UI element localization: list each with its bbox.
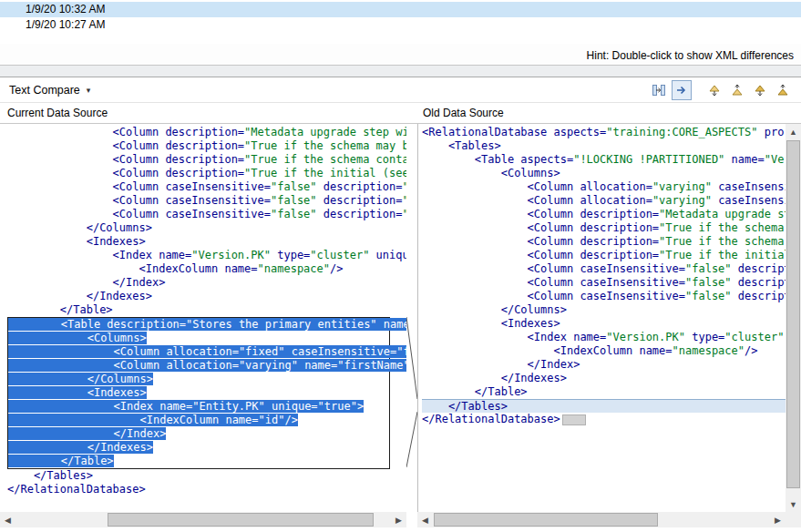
next-change-icon[interactable] [751,80,771,100]
vertical-scrollbar[interactable]: ▲ ▼ [786,124,801,512]
compare-mode-label: Text Compare [9,84,80,97]
code-line: </Index> [422,358,786,372]
left-horizontal-scrollbar[interactable]: ◀ ▶ [0,512,406,527]
scroll-up-icon[interactable]: ▲ [786,124,801,139]
code-line: <Column description="True if the schema … [7,153,406,167]
code-line: </Indexes> [422,372,786,385]
code-line: </Table> [7,303,406,317]
code-line: <Columns> [422,167,786,180]
code-line: <Table description="Stores the primary e… [8,318,389,332]
code-line: <Column description="True if the schema … [422,221,786,235]
spacer [406,512,417,527]
scroll-right-icon[interactable]: ▶ [391,512,406,527]
code-line: </Columns> [422,303,786,317]
code-line: <Index name="Version.PK" type="cluster" … [422,331,786,344]
compare-content: <Column description="Metadata upgrade st… [0,124,801,512]
right-horizontal-scrollbar-thumb[interactable] [434,513,658,527]
list-item[interactable]: 1/9/20 10:27 AM [0,17,801,33]
scroll-down-icon[interactable]: ▼ [786,496,801,512]
selected-diff-block[interactable]: <Table description="Stores the primary e… [7,317,390,469]
code-line: </RelationalDatabase> [7,483,406,496]
code-line: <RelationalDatabase aspects="training:CO… [422,126,786,139]
code-line: <Index name="Entity.PK" unique="true"> [8,400,389,414]
diff-connector-lines [406,124,417,512]
code-line: </Columns> [7,221,406,235]
code-line: <Columns> [8,332,389,345]
previous-difference-icon[interactable] [728,80,748,100]
compare-mode-dropdown[interactable]: Text Compare ▾ [5,82,94,98]
code-line: <Column caseInsensitive="false" descript… [7,208,406,221]
code-line: <Indexes> [422,317,786,331]
list-item[interactable]: 1/9/20 10:32 AM [0,2,801,17]
code-line: </Index> [8,427,389,441]
history-list: 1/9/20 10:32 AM 1/9/20 10:27 AM [0,0,801,44]
code-line: <Column description="True if the schema … [7,139,406,153]
code-line: <Table aspects="!LOCKING !PARTITIONED" n… [422,153,786,167]
code-line: </Indexes> [8,441,389,455]
code-line: <Column description="True if the initial… [422,249,786,262]
timestamp: 1/9/20 10:32 AM [26,3,105,15]
code-line: <Column description="Metadata upgrade st… [422,208,786,221]
code-line: <Column caseInsensitive="false" descript… [422,290,786,303]
toolbar-icon-group [649,80,796,100]
code-line: <Column caseInsensitive="false" descript… [7,194,406,208]
chevron-down-icon: ▾ [87,86,91,95]
code-line: <Column description="Metadata upgrade st… [7,126,406,139]
code-line: <IndexColumn name="namespace"/> [7,262,406,276]
code-line: </RelationalDatabase> [422,413,786,426]
left-pane-title: Current Data Source [0,107,406,119]
code-line: </Table> [8,455,389,468]
left-horizontal-scrollbar-thumb[interactable] [108,513,374,527]
code-line: <Tables> [422,139,786,153]
diff-gutter [406,124,417,512]
copy-all-left-to-right-icon[interactable] [649,80,669,100]
code-line: <Indexes> [7,235,406,249]
hint-bar: Hint: Double-click to show XML differenc… [0,44,801,66]
code-line: <Column allocation="varying" caseInsensi… [422,180,786,194]
compare-toolbar: Text Compare ▾ [0,77,801,103]
code-line: </Index> [7,276,406,290]
code-line: <Column caseInsensitive="false" descript… [7,180,406,194]
code-line: <Indexes> [8,386,389,400]
scrollbar-corner [786,512,801,527]
code-line: <Column description="True if the schema … [422,235,786,249]
code-line: </Tables> [7,469,406,483]
code-line: </Columns> [8,373,389,386]
code-line: <Column caseInsensitive="false" descript… [422,262,786,276]
code-line: <IndexColumn name="id"/> [8,414,389,427]
right-horizontal-scrollbar[interactable]: ◀ ▶ [417,512,786,527]
code-line: <Column allocation="varying" name="first… [8,359,389,373]
right-code-pane[interactable]: <RelationalDatabase aspects="training:CO… [417,124,786,512]
code-line: </Indexes> [7,290,406,303]
next-difference-icon[interactable] [705,80,725,100]
copy-current-change-icon[interactable] [672,80,692,100]
horizontal-scroll-row: ◀ ▶ ◀ ▶ [0,512,801,527]
vertical-scrollbar-thumb[interactable] [786,140,800,488]
code-line: <Column caseInsensitive="false" descript… [422,276,786,290]
separator [0,66,801,77]
scroll-left-icon[interactable]: ◀ [417,512,433,527]
hint-text: Hint: Double-click to show XML differenc… [587,49,794,62]
left-code-pane[interactable]: <Column description="Metadata upgrade st… [0,124,406,512]
spacer [0,33,801,44]
compare-editor: Text Compare ▾ [0,77,801,527]
previous-change-icon[interactable] [774,80,794,100]
code-line: <IndexColumn name="namespace"/> [422,344,786,358]
timestamp: 1/9/20 10:27 AM [26,18,105,31]
insertion-marker [562,414,586,425]
right-pane-title: Old Data Source [417,107,801,119]
code-line: </Table> [422,385,786,399]
pane-headers: Current Data Source Old Data Source [0,103,801,124]
code-line: </Tables> [422,399,786,413]
code-line: <Index name="Version.PK" type="cluster" … [7,249,406,262]
code-line: <Column allocation="varying" caseInsensi… [422,194,786,208]
code-line: <Column allocation="fixed" caseInsensiti… [8,345,389,359]
scroll-right-icon[interactable]: ▶ [770,512,786,527]
code-line: <Column description="True if the initial… [7,167,406,180]
scroll-left-icon[interactable]: ◀ [0,512,15,527]
